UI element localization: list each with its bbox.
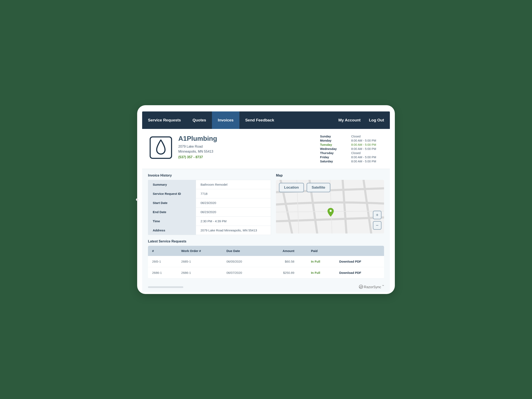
invoice-row: Address2079 Lake Road Minneapolis, MN 55… <box>148 226 271 235</box>
horizontal-scrollbar[interactable] <box>148 286 183 288</box>
invoice-row: Start Date06/23/2020 <box>148 198 271 207</box>
water-drop-icon <box>155 140 166 156</box>
table-cell: $250.89 <box>261 267 307 278</box>
table-cell: 2686-1 <box>148 267 177 278</box>
hours-day: Monday <box>320 139 347 142</box>
top-nav: Service RequestsQuotesInvoicesSend Feedb… <box>142 111 390 129</box>
invoice-detail-table: SummaryBathroom RemodelService Request I… <box>148 180 271 235</box>
map-location-button[interactable]: Location <box>279 183 304 192</box>
map-satellite-button[interactable]: Satellite <box>306 183 330 192</box>
hours-day: Wednesday <box>320 147 347 151</box>
table-cell: 06/05/2020 <box>222 256 261 267</box>
hours-day: Saturday <box>320 160 347 163</box>
tablet-home-button <box>136 198 138 201</box>
hours-day: Thursday <box>320 151 347 155</box>
table-header <box>335 246 384 256</box>
table-header: Work Order # <box>177 246 222 256</box>
logout-link[interactable]: Log Out <box>369 118 384 122</box>
table-header: Due Date <box>222 246 261 256</box>
business-hours: SundayClosedMonday8:00 AM - 5:00 PMTuesd… <box>320 135 382 163</box>
company-address-line1: 2079 Lake Road <box>178 144 217 149</box>
invoice-row-label: Start Date <box>148 198 196 207</box>
nav-tab-quotes[interactable]: Quotes <box>187 111 212 129</box>
hours-day: Tuesday <box>320 143 347 146</box>
paid-status: In Full <box>307 256 335 267</box>
table-header: Amount <box>261 246 307 256</box>
invoice-row: End Date06/23/2020 <box>148 207 271 217</box>
nav-tab-service-requests[interactable]: Service Requests <box>142 111 187 129</box>
hours-time: 8:00 AM - 5:00 PM <box>351 139 382 142</box>
company-phone[interactable]: (537) 357 - 8737 <box>178 155 217 159</box>
hours-time: 8:00 AM - 5:00 PM <box>351 147 382 151</box>
invoice-row: Time2:30 PM - 4:39 PM <box>148 217 271 226</box>
hours-time: Closed <box>351 151 382 155</box>
my-account-link[interactable]: My Account <box>338 118 361 122</box>
invoice-row-label: Summary <box>148 180 196 189</box>
company-name: A1Plumbing <box>178 135 217 142</box>
invoice-row-value: 2079 Lake Road Minneapolis, MN 55413 <box>196 226 271 235</box>
latest-requests-title: Latest Service Requests <box>148 239 384 243</box>
company-address-line2: Minneapolis, MN 55413 <box>178 149 217 154</box>
paid-status: In Full <box>307 267 335 278</box>
zoom-out-button[interactable]: − <box>373 221 381 230</box>
invoice-row-label: Time <box>148 217 196 225</box>
map-widget[interactable]: Location Satellite + − <box>276 180 384 233</box>
table-cell: 2685-1 <box>177 256 222 267</box>
invoice-row-value: 06/23/2020 <box>196 207 271 216</box>
zoom-in-button[interactable]: + <box>373 211 381 219</box>
table-cell: 26t5-1 <box>148 256 177 267</box>
table-cell: 06/07/2020 <box>222 267 261 278</box>
svg-point-1 <box>329 210 332 212</box>
table-header: # <box>148 246 177 256</box>
table-row: 2686-12686-106/07/2020$250.89In FullDown… <box>148 267 384 278</box>
table-cell: 2686-1 <box>177 267 222 278</box>
invoice-history-title: Invoice History <box>148 174 271 177</box>
hours-time: 8:00 AM - 5:00 PM <box>351 155 382 159</box>
invoice-row-label: End Date <box>148 207 196 216</box>
nav-tab-invoices[interactable]: Invoices <box>212 111 239 129</box>
table-header: Paid <box>307 246 335 256</box>
hours-time: 8:00 AM - 5:00 PM <box>351 160 382 163</box>
invoice-row-value: 2:30 PM - 4:39 PM <box>196 217 271 225</box>
hours-time: Closed <box>351 135 382 138</box>
invoice-row-value: Bathroom Remodel <box>196 180 271 189</box>
hours-time: 8:00 AM - 5:00 PM <box>351 143 382 146</box>
download-pdf-link[interactable]: Download PDF <box>335 267 384 278</box>
nav-tab-send-feedback[interactable]: Send Feedback <box>239 111 280 129</box>
invoice-row: Service Request ID7718 <box>148 189 271 198</box>
invoice-row-label: Service Request ID <box>148 189 196 198</box>
table-row: 26t5-12685-106/05/2020$60.58In FullDownl… <box>148 256 384 267</box>
company-logo <box>150 136 172 159</box>
razorsync-icon <box>359 285 363 290</box>
map-title: Map <box>276 174 384 177</box>
table-cell: $60.58 <box>261 256 307 267</box>
download-pdf-link[interactable]: Download PDF <box>335 256 384 267</box>
invoice-row-value: 7718 <box>196 189 271 198</box>
requests-table: #Work Order #Due DateAmountPaid 26t5-126… <box>148 246 384 278</box>
invoice-row: SummaryBathroom Remodel <box>148 180 271 189</box>
map-pin-icon <box>328 208 334 218</box>
company-header: A1Plumbing 2079 Lake Road Minneapolis, M… <box>142 129 390 169</box>
hours-day: Friday <box>320 155 347 159</box>
invoice-row-label: Address <box>148 226 196 235</box>
invoice-row-value: 06/23/2020 <box>196 198 271 207</box>
hours-day: Sunday <box>320 135 347 138</box>
brand-logo: RazorSync™ <box>359 285 384 290</box>
